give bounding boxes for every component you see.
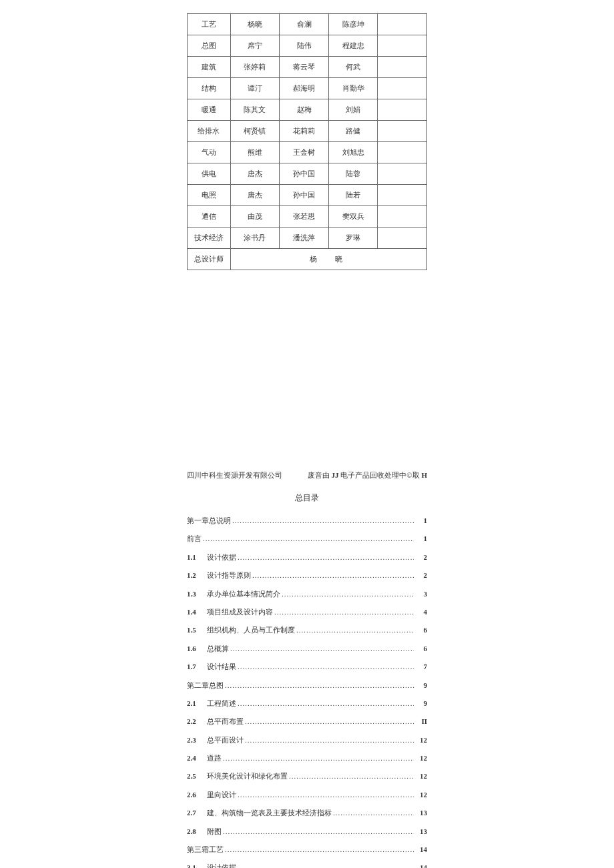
toc-label: 第三霜工艺 <box>187 845 224 855</box>
table-cell: 总设计师 <box>188 249 231 270</box>
toc-page: 12 <box>414 790 427 800</box>
toc-dots: ........................................… <box>236 790 414 800</box>
table-cell: 刘旭忠 <box>328 142 378 163</box>
table-cell: 总图 <box>188 35 231 57</box>
table-cell: 气动 <box>188 142 231 163</box>
table-cell: 陆伟 <box>280 35 329 57</box>
table-cell: 技术经济 <box>188 228 231 249</box>
table-cell: 罗琳 <box>328 228 378 249</box>
table-row: 暖通陈其文赵梅刘娟 <box>188 99 427 121</box>
toc-page: 14 <box>414 863 427 868</box>
toc-item-line: 1.6总概算..................................… <box>187 644 427 654</box>
table-row: 建筑张婷莉蒋云琴何武 <box>188 57 427 78</box>
toc-page: 6 <box>414 644 427 654</box>
toc-dots: ........................................… <box>231 516 414 526</box>
toc-dots: ........................................… <box>224 845 414 855</box>
toc-page: 7 <box>414 662 427 672</box>
table-cell: 给排水 <box>188 121 231 142</box>
table-cell: 建筑 <box>188 57 231 78</box>
table-cell: 花莉莉 <box>280 121 329 142</box>
toc-dots: ........................................… <box>295 625 414 635</box>
table-cell: 柯贤镇 <box>230 121 280 142</box>
table-cell: 潘洗萍 <box>280 228 329 249</box>
table-cell: 刘娟 <box>328 99 378 121</box>
toc-dots: ........................................… <box>222 827 414 837</box>
header-left: 四川中科生资源开发有限公司 <box>187 470 282 480</box>
toc-chapter-line: 第二章总图...................................… <box>187 681 427 691</box>
toc-label: 附图 <box>207 827 222 837</box>
toc-dots: ........................................… <box>229 644 414 654</box>
table-cell: 由茂 <box>230 206 280 228</box>
toc-number: 2.3 <box>187 735 207 745</box>
header-right: 废音由 JJ 电子产品回收处理中©取 H <box>308 470 427 480</box>
toc-page: 12 <box>414 753 427 763</box>
toc-label: 设计依据 <box>207 863 236 868</box>
toc-label: 第一章总说明 <box>187 516 231 526</box>
table-cell: 蒋云琴 <box>280 57 329 78</box>
toc-page: 6 <box>414 625 427 635</box>
toc-label: 总平面设计 <box>207 735 244 745</box>
toc-item-line: 2.1工程简述.................................… <box>187 699 427 709</box>
toc-item-line: 3.1设计依据.................................… <box>187 863 427 868</box>
toc-page: II <box>414 717 427 727</box>
toc-dots: ........................................… <box>251 570 414 580</box>
toc-dots: ........................................… <box>273 607 414 617</box>
toc-label: 总概算 <box>207 644 229 654</box>
table-row: 通信由茂张若思樊双兵 <box>188 206 427 228</box>
table-row: 总图席宁陆伟程建忠 <box>188 35 427 57</box>
toc-item-line: 1.4项目组成及设计内容............................… <box>187 607 427 617</box>
toc-dots: ........................................… <box>280 589 414 599</box>
toc-label: 建、构筑物一览表及主要技术经济指标 <box>207 808 332 818</box>
toc-number: 2.8 <box>187 827 207 837</box>
table-cell: 工艺 <box>188 14 231 35</box>
table-cell: 唐杰 <box>230 163 280 185</box>
chief-designer-cell: 杨 晓 <box>230 249 426 270</box>
table-row: 给排水柯贤镇花莉莉路健 <box>188 121 427 142</box>
table-cell: 唐杰 <box>230 185 280 206</box>
toc-label: 设计指导原则 <box>207 570 251 580</box>
toc-page: 1 <box>414 516 427 526</box>
page-header-1: 四川中科生资源开发有限公司 废音由 JJ 电子产品回收处理中©取 H <box>187 470 427 480</box>
toc-item-line: 2.4道路...................................… <box>187 753 427 763</box>
toc-label: 总平而布置 <box>207 717 244 727</box>
toc-page: 2 <box>414 552 427 562</box>
table-row: 电照唐杰孙中国陆若 <box>188 185 427 206</box>
toc-label: 前言 <box>187 534 202 544</box>
toc-number: 1.6 <box>187 644 207 654</box>
toc-dots: ........................................… <box>236 552 414 562</box>
toc-label: 环境美化设计和绿化布置 <box>207 771 288 781</box>
toc-page: 14 <box>414 845 427 855</box>
toc-page: 2 <box>414 570 427 580</box>
table-row: 工艺杨晓俞澜陈彦坤 <box>188 14 427 35</box>
table-cell: 孙中国 <box>280 163 329 185</box>
table-cell <box>378 14 427 35</box>
table-cell: 樊双兵 <box>328 206 378 228</box>
toc-number: 1.4 <box>187 607 207 617</box>
table-cell: 肖勤华 <box>328 78 378 99</box>
toc-number: 2.6 <box>187 790 207 800</box>
table-cell: 电照 <box>188 185 231 206</box>
table-cell <box>378 35 427 57</box>
table-cell: 路健 <box>328 121 378 142</box>
toc-dots: ........................................… <box>236 662 414 672</box>
table-cell: 赵梅 <box>280 99 329 121</box>
table-cell: 陈其文 <box>230 99 280 121</box>
staff-table: 工艺杨晓俞澜陈彦坤总图席宁陆伟程建忠建筑张婷莉蒋云琴何武结构谭汀郝海明肖勤华暖通… <box>187 13 427 270</box>
table-cell: 杨晓 <box>230 14 280 35</box>
table-cell: 王金树 <box>280 142 329 163</box>
toc-label: 设计结果 <box>207 662 236 672</box>
toc-number: 1.7 <box>187 662 207 672</box>
toc-page: 13 <box>414 808 427 818</box>
table-cell: 张若思 <box>280 206 329 228</box>
table-cell: 结构 <box>188 78 231 99</box>
table-cell: 席宁 <box>230 35 280 57</box>
toc-label: 承办单位基本情况简介 <box>207 589 280 599</box>
toc-number: 2.2 <box>187 717 207 727</box>
table-cell <box>378 185 427 206</box>
table-cell: 俞澜 <box>280 14 329 35</box>
toc-page: 12 <box>414 771 427 781</box>
toc-number: 2.5 <box>187 771 207 781</box>
toc-number: 1.5 <box>187 625 207 635</box>
table-cell: 通信 <box>188 206 231 228</box>
toc-label: 里向设计 <box>207 790 236 800</box>
